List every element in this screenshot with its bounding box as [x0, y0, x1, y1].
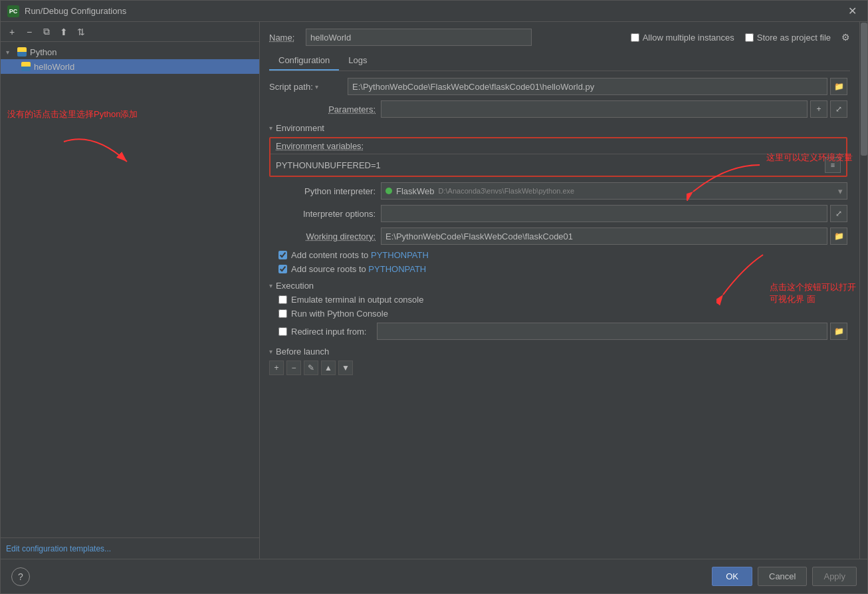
form-area: Script path: ▾ 📁 Parameters:: [269, 78, 850, 559]
before-launch-arrow: ▾: [269, 348, 272, 355]
sort-config-button[interactable]: ⇅: [74, 25, 88, 39]
script-path-field-group: 📁: [348, 78, 847, 95]
redirect-input-group: Redirect input from:: [278, 327, 366, 337]
close-button[interactable]: ✕: [844, 3, 861, 19]
run-python-console-checkbox[interactable]: [278, 309, 287, 318]
config-toolbar: + − ⧉ ⬆ ⇅: [1, 22, 259, 42]
remove-config-button[interactable]: −: [22, 25, 37, 39]
before-launch-remove[interactable]: −: [286, 361, 301, 375]
working-directory-input[interactable]: [381, 227, 827, 245]
script-path-browse-button[interactable]: 📁: [830, 78, 847, 95]
add-source-roots-row: Add source roots to PYTHONPATH: [278, 264, 847, 274]
python-interpreter-select[interactable]: FlaskWeb D:\Anaconda3\envs\FlaskWeb\pyth…: [381, 182, 847, 200]
before-launch-section-header[interactable]: ▾ Before launch: [269, 347, 847, 357]
tree-expand-arrow: ▾: [6, 49, 14, 56]
redirect-input-field-group: 📁: [377, 323, 847, 340]
script-path-row: Script path: ▾ 📁: [269, 78, 847, 95]
move-config-button[interactable]: ⬆: [56, 25, 71, 39]
add-content-roots-checkbox[interactable]: [278, 251, 287, 259]
add-source-roots-checkbox[interactable]: [278, 265, 287, 273]
script-path-label: Script path: ▾: [269, 82, 342, 92]
interpreter-options-input[interactable]: [381, 205, 827, 222]
bottom-bar: ? OK Cancel Apply: [1, 559, 867, 593]
tree-item-helloworld[interactable]: helloWorld: [1, 59, 259, 74]
tabs-row: Configuration Logs: [269, 51, 850, 71]
interpreter-dropdown-arrow: ▾: [838, 186, 843, 196]
interpreter-status-dot: [385, 188, 392, 194]
env-vars-box: Environment variables: PYTHONUNBUFFERED=…: [269, 137, 847, 177]
apply-button[interactable]: Apply: [812, 567, 857, 586]
add-content-roots-row: Add content roots to PYTHONPATH: [278, 250, 847, 260]
tree-helloworld-label: helloWorld: [34, 62, 74, 72]
help-button[interactable]: ?: [11, 567, 30, 586]
copy-config-button[interactable]: ⧉: [39, 25, 54, 39]
environment-arrow: ▾: [269, 124, 272, 132]
tab-configuration[interactable]: Configuration: [269, 51, 339, 71]
cancel-button[interactable]: Cancel: [758, 567, 807, 586]
store-project-checkbox[interactable]: [745, 33, 754, 42]
config-tree: ▾ Python: [1, 42, 259, 537]
ok-button[interactable]: OK: [712, 567, 752, 586]
env-vars-label: Environment variables:: [271, 138, 846, 154]
python-interpreter-label: Python interpreter:: [269, 186, 376, 196]
before-launch-up[interactable]: ▲: [321, 361, 336, 375]
redirect-input-browse[interactable]: 📁: [830, 323, 847, 340]
working-directory-row: Working directory: 📁: [269, 227, 847, 245]
scrollbar-thumb: [861, 23, 867, 156]
env-var-value: PYTHONUNBUFFERED=1: [276, 160, 381, 170]
dialog-title: Run/Debug Configurations: [25, 6, 844, 16]
options-area: Allow multiple instances Store as projec…: [631, 32, 850, 43]
before-launch-edit[interactable]: ✎: [304, 361, 318, 375]
emulate-terminal-row: Emulate terminal in output console: [278, 295, 847, 305]
store-project-label[interactable]: Store as project file: [745, 33, 831, 43]
emulate-terminal-checkbox[interactable]: [278, 295, 287, 304]
interpreter-options-expand[interactable]: ⤢: [830, 205, 847, 222]
parameters-label: Parameters:: [269, 104, 376, 114]
scrollbar[interactable]: [859, 22, 867, 559]
parameters-input[interactable]: [381, 100, 808, 118]
interpreter-options-group: ⤢: [381, 205, 847, 222]
title-bar: PC Run/Debug Configurations ✕: [1, 1, 867, 22]
python-interpreter-row: Python interpreter: FlaskWeb D:\Anaconda…: [269, 182, 847, 200]
name-input[interactable]: [306, 29, 532, 46]
parameters-expand-button[interactable]: ⤢: [830, 100, 847, 118]
right-panel: Name: Allow multiple instances Store as …: [260, 22, 859, 559]
parameters-add-button[interactable]: +: [810, 100, 827, 118]
env-edit-button[interactable]: ≡: [825, 157, 841, 173]
python-file-icon: [21, 61, 31, 72]
before-launch-down[interactable]: ▼: [338, 361, 353, 375]
execution-section-header[interactable]: ▾ Execution: [269, 281, 847, 291]
main-content: + − ⧉ ⬆ ⇅ ▾ Python: [1, 22, 867, 559]
working-directory-label: Working directory:: [269, 231, 376, 241]
working-directory-browse[interactable]: 📁: [830, 227, 847, 245]
redirect-input-row: Redirect input from: 📁: [278, 323, 847, 340]
add-content-roots-label: Add content roots to PYTHONPATH: [291, 250, 429, 260]
environment-section-header[interactable]: ▾ Environment: [269, 123, 847, 133]
run-python-console-row: Run with Python Console: [278, 309, 847, 319]
script-path-dropdown[interactable]: ▾: [315, 83, 318, 90]
redirect-input-input[interactable]: [377, 323, 827, 340]
interpreter-path: D:\Anaconda3\envs\FlaskWeb\python.exe: [439, 187, 575, 195]
add-config-button[interactable]: +: [5, 25, 19, 39]
interpreter-options-label: Interpreter options:: [269, 209, 376, 219]
tab-logs[interactable]: Logs: [339, 51, 376, 71]
left-panel: + − ⧉ ⬆ ⇅ ▾ Python: [1, 22, 260, 559]
gear-button[interactable]: ⚙: [841, 32, 850, 43]
run-debug-dialog: PC Run/Debug Configurations ✕ + − ⧉ ⬆ ⇅ …: [0, 0, 868, 594]
name-row: Name: Allow multiple instances Store as …: [269, 29, 850, 46]
add-source-roots-label: Add source roots to PYTHONPATH: [291, 264, 426, 274]
env-vars-content: PYTHONUNBUFFERED=1 ≡: [271, 154, 846, 176]
allow-multiple-checkbox[interactable]: [631, 33, 639, 42]
parameters-row: Parameters: + ⤢: [269, 100, 847, 118]
left-bottom: Edit configuration templates...: [1, 537, 259, 559]
edit-templates-link[interactable]: Edit configuration templates...: [6, 544, 111, 553]
parameters-field-group: + ⤢: [381, 100, 847, 118]
script-path-input[interactable]: [348, 78, 827, 95]
tree-item-python[interactable]: ▾ Python: [1, 45, 259, 59]
interpreter-name: FlaskWeb: [396, 186, 435, 196]
redirect-input-checkbox[interactable]: [278, 327, 287, 336]
before-launch-add[interactable]: +: [269, 361, 284, 375]
allow-multiple-label[interactable]: Allow multiple instances: [631, 33, 734, 43]
name-label: Name:: [269, 33, 299, 43]
run-python-console-label: Run with Python Console: [291, 309, 388, 319]
